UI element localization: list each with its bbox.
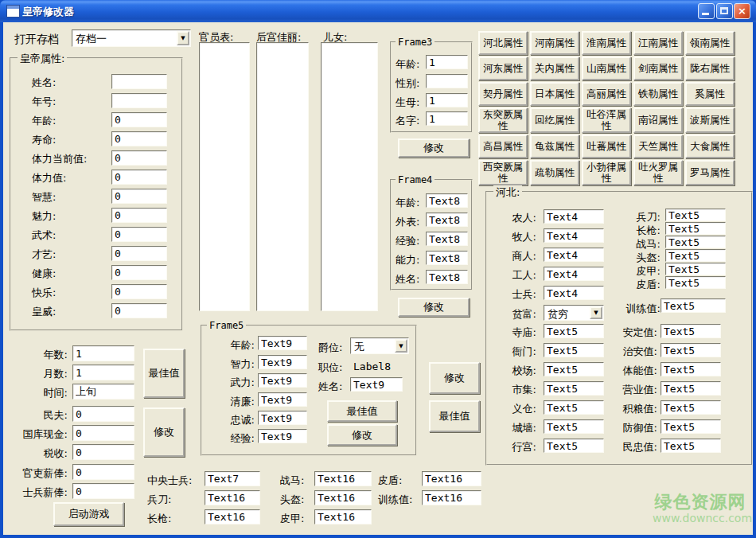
central-0-input[interactable] [205, 471, 260, 486]
frame5-field-5-input[interactable] [258, 429, 307, 443]
hebei-eq-1-input[interactable] [665, 222, 726, 235]
mid-best-button[interactable]: 最佳值 [429, 400, 480, 432]
hebei-bld-5-input[interactable] [544, 419, 604, 434]
state-field-3-input[interactable] [72, 406, 134, 422]
region-button-29[interactable]: 罗马属性 [685, 160, 735, 185]
frame4-modify-button[interactable]: 修改 [398, 298, 470, 317]
region-button-25[interactable]: 西突厥属性 [478, 160, 528, 185]
hebei-stat-4-input[interactable] [661, 400, 721, 415]
close-button[interactable]: × [734, 3, 750, 19]
hebei-stat-5-input[interactable] [661, 419, 721, 434]
frame5-rank-combobox[interactable]: 无 ▼ [350, 337, 409, 354]
region-button-24[interactable]: 大食属性 [685, 134, 735, 158]
hebei-eq-2-input[interactable] [665, 236, 726, 248]
emperor-field-6-input[interactable] [111, 189, 167, 204]
region-button-17[interactable]: 吐谷浑属性 [582, 107, 631, 133]
frame3-modify-button[interactable]: 修改 [398, 138, 470, 158]
state-field-2-input[interactable] [72, 384, 134, 400]
central-5-input[interactable] [314, 509, 372, 524]
region-button-20[interactable]: 高昌属性 [478, 134, 528, 158]
emperor-field-11-input[interactable] [111, 284, 167, 299]
save-slot-combobox[interactable]: 存档一 ▼ [72, 29, 191, 47]
frame3-field-3-input[interactable] [426, 111, 468, 126]
hebei-stat-2-input[interactable] [661, 362, 721, 376]
region-button-21[interactable]: 龟兹属性 [530, 134, 579, 158]
harem-listbox[interactable] [256, 42, 309, 311]
central-6-input[interactable] [422, 471, 481, 486]
hebei-bld-4-input[interactable] [544, 400, 604, 415]
hebei-eq-0-input[interactable] [665, 209, 726, 221]
hebei-bld-2-input[interactable] [544, 362, 604, 376]
hebei-wealth-combobox[interactable]: 贫穷 ▼ [544, 305, 604, 321]
start-game-button[interactable]: 启动游戏 [53, 502, 124, 526]
region-button-15[interactable]: 东突厥属性 [478, 107, 528, 133]
hebei-stat-0-input[interactable] [661, 324, 721, 338]
state-modify-button[interactable]: 修改 [143, 407, 185, 457]
chevron-down-icon[interactable]: ▼ [177, 31, 189, 45]
frame3-field-2-input[interactable] [426, 93, 468, 107]
emperor-field-3-input[interactable] [111, 131, 167, 146]
hebei-stat-3-input[interactable] [661, 381, 721, 396]
hebei-stat-1-input[interactable] [661, 343, 721, 357]
central-4-input[interactable] [314, 490, 372, 505]
region-button-8[interactable]: 剑南属性 [633, 57, 683, 80]
state-field-5-input[interactable] [72, 444, 134, 460]
hebei-pop-3-input[interactable] [544, 267, 604, 281]
emperor-field-12-input[interactable] [111, 303, 167, 318]
officials-listbox[interactable] [199, 42, 250, 311]
frame5-name-input[interactable] [350, 377, 403, 392]
region-button-18[interactable]: 南诏属性 [633, 107, 683, 133]
region-button-14[interactable]: 奚属性 [685, 82, 735, 106]
region-button-13[interactable]: 铁勒属性 [633, 82, 683, 106]
hebei-stat-6-input[interactable] [661, 439, 721, 453]
region-button-23[interactable]: 天竺属性 [633, 134, 683, 158]
hebei-eq-3-input[interactable] [665, 249, 726, 262]
hebei-pop-2-input[interactable] [544, 248, 604, 262]
emperor-field-0-input[interactable] [111, 74, 167, 89]
region-button-26[interactable]: 疏勒属性 [530, 160, 579, 185]
frame5-field-2-input[interactable] [258, 373, 307, 388]
frame5-best-button[interactable]: 最佳值 [327, 400, 397, 422]
central-2-input[interactable] [205, 509, 260, 524]
state-field-1-input[interactable] [72, 365, 134, 380]
region-button-4[interactable]: 领南属性 [685, 31, 735, 55]
frame5-modify-button[interactable]: 修改 [327, 424, 397, 446]
hebei-pop-4-input[interactable] [544, 286, 604, 300]
emperor-field-8-input[interactable] [111, 227, 167, 242]
region-button-28[interactable]: 吐火罗属性 [633, 160, 683, 185]
frame4-field-3-input[interactable] [426, 251, 468, 265]
hebei-pop-0-input[interactable] [544, 209, 604, 224]
hebei-eq-5-input[interactable] [665, 276, 726, 289]
hebei-bld-0-input[interactable] [544, 324, 604, 338]
hebei-pop-1-input[interactable] [544, 228, 604, 243]
region-button-19[interactable]: 波斯属性 [685, 107, 735, 133]
frame3-field-0-input[interactable] [426, 55, 468, 69]
region-button-5[interactable]: 河东属性 [478, 57, 528, 80]
frame4-field-1-input[interactable] [426, 212, 468, 227]
emperor-field-10-input[interactable] [111, 265, 167, 280]
state-field-7-input[interactable] [72, 483, 134, 499]
region-button-9[interactable]: 陇右属性 [685, 57, 735, 80]
emperor-field-1-input[interactable] [111, 93, 167, 108]
frame4-field-0-input[interactable] [426, 193, 468, 208]
children-listbox[interactable] [321, 42, 378, 311]
hebei-bld-1-input[interactable] [544, 343, 604, 357]
region-button-16[interactable]: 回纥属性 [530, 107, 579, 133]
state-best-button[interactable]: 最佳值 [143, 349, 185, 398]
mid-modify-button[interactable]: 修改 [429, 362, 480, 394]
region-button-0[interactable]: 河北属性 [478, 31, 528, 55]
hebei-bld-6-input[interactable] [544, 439, 604, 453]
frame5-field-0-input[interactable] [258, 336, 307, 350]
region-button-27[interactable]: 小勃律属性 [582, 160, 631, 185]
central-3-input[interactable] [314, 471, 372, 486]
frame5-field-4-input[interactable] [258, 411, 307, 425]
hebei-training-input[interactable] [661, 298, 726, 313]
emperor-field-9-input[interactable] [111, 246, 167, 261]
emperor-field-2-input[interactable] [111, 112, 167, 127]
region-button-6[interactable]: 关内属性 [530, 57, 579, 80]
frame5-field-1-input[interactable] [258, 355, 307, 369]
frame4-field-2-input[interactable] [426, 232, 468, 246]
region-button-7[interactable]: 山南属性 [582, 57, 631, 80]
maximize-button[interactable] [716, 3, 733, 19]
region-button-11[interactable]: 日本属性 [530, 82, 579, 106]
